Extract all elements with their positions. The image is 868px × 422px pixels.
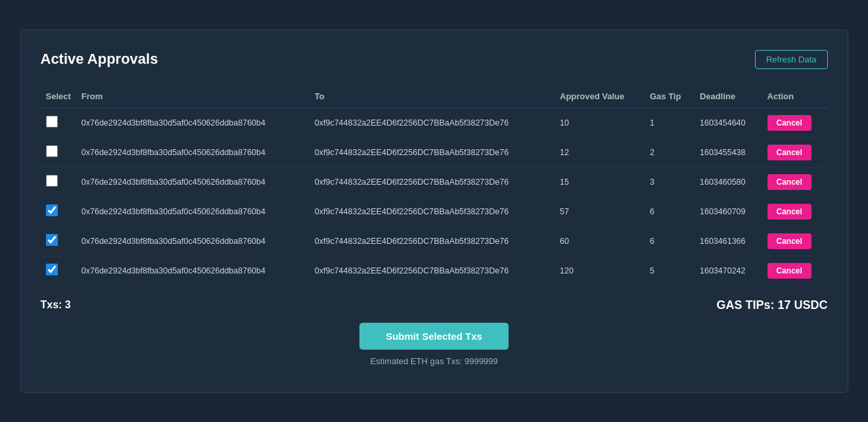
action-cell: Cancel — [762, 226, 828, 256]
gas-tip: 5 — [645, 256, 695, 285]
approved-value: 60 — [555, 226, 645, 256]
action-cell: Cancel — [762, 197, 828, 226]
main-container: Active Approvals Refresh Data Select Fro… — [20, 30, 848, 393]
table-row: 0x76de2924d3bf8fba30d5af0c450626ddba8760… — [41, 108, 828, 137]
deadline: 1603455438 — [695, 137, 762, 167]
page-title: Active Approvals — [41, 51, 158, 68]
gas-tip: 2 — [645, 137, 695, 167]
checkbox-cell — [41, 197, 76, 226]
row-checkbox-4[interactable] — [46, 204, 58, 216]
from-address: 0x76de2924d3bf8fba30d5af0c450626ddba8760… — [76, 137, 309, 167]
txs-count: Txs: 3 — [41, 299, 71, 311]
table-row: 0x76de2924d3bf8fba30d5af0c450626ddba8760… — [41, 256, 828, 285]
refresh-data-button[interactable]: Refresh Data — [755, 50, 828, 69]
col-action: Action — [762, 85, 828, 108]
from-address: 0x76de2924d3bf8fba30d5af0c450626ddba8760… — [76, 256, 309, 285]
row-checkbox-3[interactable] — [46, 175, 58, 187]
submit-area: Submit Selected Txs Estimated ETH gas Tx… — [41, 323, 828, 366]
submit-selected-txs-button[interactable]: Submit Selected Txs — [359, 323, 509, 350]
checkbox-cell — [41, 226, 76, 256]
checkbox-cell — [41, 137, 76, 167]
table-row: 0x76de2924d3bf8fba30d5af0c450626ddba8760… — [41, 226, 828, 256]
gas-tip: 6 — [645, 197, 695, 226]
checkbox-cell — [41, 167, 76, 197]
cancel-button-3[interactable]: Cancel — [767, 174, 811, 190]
approved-value: 10 — [555, 108, 645, 137]
action-cell: Cancel — [762, 137, 828, 167]
estimated-gas-label: Estimated ETH gas Txs: 9999999 — [370, 356, 497, 366]
approved-value: 15 — [555, 167, 645, 197]
from-address: 0x76de2924d3bf8fba30d5af0c450626ddba8760… — [76, 108, 309, 137]
table-row: 0x76de2924d3bf8fba30d5af0c450626ddba8760… — [41, 167, 828, 197]
approvals-table: Select From To Approved Value Gas Tip De… — [41, 85, 828, 285]
from-address: 0x76de2924d3bf8fba30d5af0c450626ddba8760… — [76, 167, 309, 197]
cancel-button-6[interactable]: Cancel — [767, 263, 811, 279]
deadline: 1603460580 — [695, 167, 762, 197]
cancel-button-4[interactable]: Cancel — [767, 204, 811, 220]
col-approved-value: Approved Value — [555, 85, 645, 108]
cancel-button-2[interactable]: Cancel — [767, 145, 811, 160]
row-checkbox-5[interactable] — [46, 234, 58, 246]
col-from: From — [76, 85, 309, 108]
gas-tip: 6 — [645, 226, 695, 256]
gas-tip: 1 — [645, 108, 695, 137]
row-checkbox-1[interactable] — [46, 116, 58, 128]
col-gas-tip: Gas Tip — [645, 85, 695, 108]
cancel-button-1[interactable]: Cancel — [767, 115, 811, 131]
gas-tips: GAS TIPs: 17 USDC — [716, 298, 827, 312]
header: Active Approvals Refresh Data — [41, 50, 828, 69]
cancel-button-5[interactable]: Cancel — [767, 233, 811, 249]
table-row: 0x76de2924d3bf8fba30d5af0c450626ddba8760… — [41, 197, 828, 226]
checkbox-cell — [41, 108, 76, 137]
to-address: 0xf9c744832a2EE4D6f2256DC7BBaAb5f38273De… — [309, 167, 555, 197]
table-row: 0x76de2924d3bf8fba30d5af0c450626ddba8760… — [41, 137, 828, 167]
row-checkbox-6[interactable] — [46, 264, 58, 275]
col-to: To — [309, 85, 555, 108]
from-address: 0x76de2924d3bf8fba30d5af0c450626ddba8760… — [76, 226, 309, 256]
action-cell: Cancel — [762, 256, 828, 285]
footer-stats: Txs: 3 GAS TIPs: 17 USDC — [41, 298, 828, 312]
approved-value: 120 — [555, 256, 645, 285]
to-address: 0xf9c744832a2EE4D6f2256DC7BBaAb5f38273De… — [309, 137, 555, 167]
to-address: 0xf9c744832a2EE4D6f2256DC7BBaAb5f38273De… — [309, 256, 555, 285]
deadline: 1603454640 — [695, 108, 762, 137]
to-address: 0xf9c744832a2EE4D6f2256DC7BBaAb5f38273De… — [309, 108, 555, 137]
col-select: Select — [41, 85, 76, 108]
checkbox-cell — [41, 256, 76, 285]
row-checkbox-2[interactable] — [46, 145, 58, 157]
action-cell: Cancel — [762, 108, 828, 137]
gas-tip: 3 — [645, 167, 695, 197]
deadline: 1603470242 — [695, 256, 762, 285]
deadline: 1603460709 — [695, 197, 762, 226]
approved-value: 57 — [555, 197, 645, 226]
table-header: Select From To Approved Value Gas Tip De… — [41, 85, 828, 108]
approved-value: 12 — [555, 137, 645, 167]
to-address: 0xf9c744832a2EE4D6f2256DC7BBaAb5f38273De… — [309, 197, 555, 226]
to-address: 0xf9c744832a2EE4D6f2256DC7BBaAb5f38273De… — [309, 226, 555, 256]
deadline: 1603461366 — [695, 226, 762, 256]
table-body: 0x76de2924d3bf8fba30d5af0c450626ddba8760… — [41, 108, 828, 285]
action-cell: Cancel — [762, 167, 828, 197]
col-deadline: Deadline — [695, 85, 762, 108]
from-address: 0x76de2924d3bf8fba30d5af0c450626ddba8760… — [76, 197, 309, 226]
